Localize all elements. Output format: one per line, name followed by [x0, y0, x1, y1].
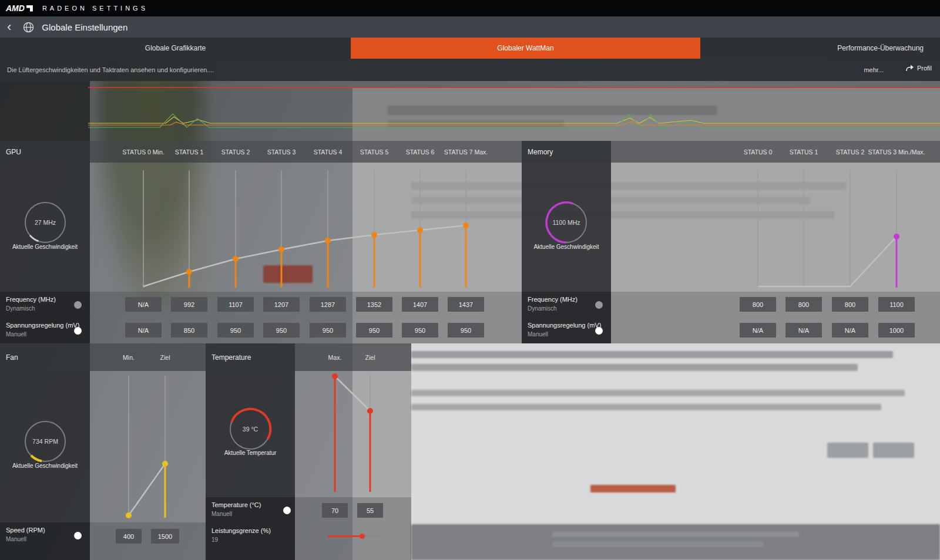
memory-voltage-value[interactable]: N/A	[785, 323, 822, 338]
gpu-status-label: STATUS 6	[406, 149, 435, 156]
tab-performance-ueberwachung[interactable]: Performance-Überwachung	[700, 38, 940, 59]
memory-frequency-value[interactable]: 1100	[878, 297, 915, 312]
memory-voltage-value[interactable]: 1000	[878, 323, 915, 338]
content-overlay-filler	[411, 343, 940, 560]
gpu-voltage-label: Spannungsregelung (mV)	[6, 322, 79, 329]
gpu-voltage-value[interactable]: 850	[171, 323, 207, 338]
fan-target-value[interactable]: 1500	[151, 529, 179, 544]
fan-curve-point[interactable]	[126, 512, 132, 518]
gpu-curve-point[interactable]	[371, 232, 377, 238]
temperature-curve-point[interactable]	[332, 373, 338, 379]
memory-curve-svg	[611, 163, 940, 292]
temperature-chart	[295, 371, 411, 497]
gpu-curve-point[interactable]	[186, 269, 192, 275]
fan-speed-mode: Manuell	[6, 536, 26, 542]
memory-status-label: STATUS 0	[744, 149, 773, 156]
gpu-curve-point[interactable]	[417, 227, 423, 233]
temperature-target-value[interactable]: 55	[357, 503, 383, 518]
memory-voltage-toggle[interactable]	[595, 327, 603, 335]
gpu-frequency-value[interactable]: 1107	[217, 297, 254, 312]
gpu-frequency-value[interactable]: 1352	[356, 297, 392, 312]
memory-frequency-value[interactable]: 800	[740, 297, 776, 312]
gpu-voltage-value[interactable]: 950	[217, 323, 254, 338]
fan-gauge-value: 734 RPM	[23, 419, 68, 464]
memory-frequency-row-header: Frequency (MHz) Dynamisch	[522, 292, 611, 318]
gpu-status-label: STATUS 1	[175, 149, 204, 156]
gpu-voltage-row-header: Spannungsregelung (mV) Manuell	[0, 318, 90, 343]
memory-curve-point[interactable]	[894, 234, 899, 239]
gpu-curve-point[interactable]	[233, 256, 239, 262]
gpu-curve-point[interactable]	[463, 222, 469, 228]
back-button[interactable]: ‹	[7, 21, 11, 33]
temperature-gauge: 39 °C	[228, 407, 273, 451]
gpu-status-label: STATUS 3	[267, 149, 296, 156]
memory-frequency-value[interactable]: 800	[785, 297, 822, 312]
gpu-voltage-value[interactable]: 950	[448, 323, 484, 338]
memory-voltage-label: Spannungsregelung (mV)	[528, 322, 601, 329]
power-limit-row-header: Leistungsgrenze (%) 19	[206, 523, 295, 560]
gpu-curve-point[interactable]	[325, 238, 331, 244]
temperature-curve-svg	[295, 371, 411, 497]
fan-section-label: Fan	[6, 353, 18, 362]
memory-speed-gauge: 1100 MHz	[544, 200, 589, 245]
more-link[interactable]: mehr...	[864, 66, 884, 73]
gpu-curve-point[interactable]	[278, 247, 284, 252]
fan-speed-label: Speed (RPM)	[6, 527, 45, 534]
power-limit-slider-handle[interactable]	[360, 534, 365, 539]
tab-globaler-wattman[interactable]: Globaler WattMan	[351, 38, 700, 59]
gpu-voltage-value[interactable]: 950	[356, 323, 392, 338]
fan-speed-row-header: Speed (RPM) Manuell	[0, 522, 90, 560]
amd-logo: AMD	[6, 4, 25, 13]
gpu-voltage-value[interactable]: 950	[402, 323, 438, 338]
memory-frequency-toggle[interactable]	[595, 301, 603, 309]
memory-gauge-caption: Aktuelle Geschwindigkeit	[522, 244, 611, 250]
temperature-column-header: Max. Ziel	[295, 343, 411, 371]
temperature-gauge-value: 39 °C	[228, 407, 273, 451]
temperature-curve-point[interactable]	[367, 408, 373, 414]
gpu-frequency-value[interactable]: 1287	[310, 297, 346, 312]
memory-voltage-value[interactable]: N/A	[832, 323, 868, 338]
share-arrow-icon	[906, 65, 914, 72]
temperature-toggle[interactable]	[283, 507, 291, 514]
gpu-frequency-value[interactable]: 992	[171, 297, 207, 312]
gpu-frequency-value[interactable]: N/A	[125, 297, 162, 312]
gpu-frequency-value[interactable]: 1437	[448, 297, 484, 312]
gpu-frequency-value[interactable]: 1407	[402, 297, 438, 312]
temperature-section-label: Temperature	[212, 353, 251, 362]
fan-curve-point[interactable]	[162, 461, 168, 467]
tab-bar: Globale Grafikkarte Globaler WattMan Per…	[0, 38, 940, 59]
temperature-section-header: Temperature	[206, 343, 295, 371]
memory-voltage-value[interactable]: N/A	[740, 323, 776, 338]
fan-speed-chart	[90, 371, 206, 522]
gpu-frequency-toggle[interactable]	[74, 301, 82, 309]
tab-label: Performance-Überwachung	[837, 44, 924, 52]
temperature-row-header: Temperature (°C) Manuell	[206, 497, 295, 523]
fan-speed-gauge: 734 RPM	[23, 419, 68, 464]
memory-voltage-mode: Manuell	[528, 331, 548, 338]
memory-frequency-value[interactable]: 800	[832, 297, 868, 312]
tab-globale-grafikkarte[interactable]: Globale Grafikkarte	[0, 38, 351, 59]
gpu-voltage-values: N/A 850 950 950 950 950 950 950	[90, 318, 522, 343]
gpu-status-label: STATUS 7 Max.	[444, 149, 488, 156]
gpu-frequency-value[interactable]: 1207	[263, 297, 300, 312]
gpu-voltage-value[interactable]: N/A	[125, 323, 162, 338]
power-limit-slider-area	[295, 523, 411, 560]
gpu-frequency-chart	[90, 163, 522, 292]
fan-min-value[interactable]: 400	[116, 529, 142, 544]
profile-button[interactable]: Profil	[906, 65, 932, 72]
page-title: Globale Einstellungen	[42, 22, 127, 32]
memory-frequency-label: Frequency (MHz)	[528, 296, 578, 303]
gpu-voltage-toggle[interactable]	[74, 327, 82, 335]
gpu-voltage-value[interactable]: 950	[310, 323, 346, 338]
gpu-section-header: GPU	[0, 141, 90, 163]
temperature-gauge-caption: Aktuelle Temperatur	[206, 450, 295, 456]
fan-speed-toggle[interactable]	[74, 532, 82, 539]
temperature-max-value[interactable]: 70	[322, 503, 348, 518]
gpu-status-label: STATUS 5	[360, 149, 389, 156]
gpu-voltage-value[interactable]: 950	[263, 323, 300, 338]
memory-voltage-values: N/A N/A N/A 1000	[611, 318, 940, 343]
page-description: Die Lüftergeschwindigkeiten und Taktrate…	[7, 66, 214, 73]
gpu-status-label: STATUS 0 Min.	[122, 149, 164, 156]
fan-gauge-panel: 734 RPM Aktuelle Geschwindigkeit	[0, 371, 90, 522]
temperature-gauge-panel: 39 °C Aktuelle Temperatur	[206, 371, 295, 497]
